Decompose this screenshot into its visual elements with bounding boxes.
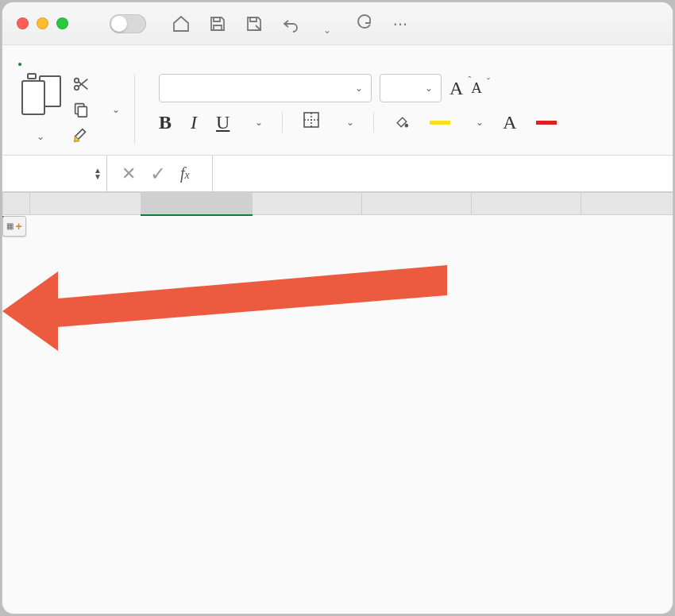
autofill-grid-icon: ▦ [6,221,14,230]
home-icon[interactable] [172,14,191,33]
window-controls [17,17,68,29]
decrease-font-size-button[interactable]: Aˇ [471,79,482,97]
group-divider [134,74,135,144]
col-header-B[interactable] [141,193,253,215]
chevron-down-icon: ⌄ [355,83,363,94]
italic-button[interactable]: I [191,112,197,133]
chevron-down-icon[interactable]: ⌄ [255,117,263,128]
undo-dropdown-icon[interactable]: ⌄ [318,14,337,33]
title-bar: ⌄ ··· [2,2,673,45]
formula-bar: ▲▼ ✕ ✓ fx [2,156,673,192]
annotation-arrow [2,216,447,406]
chevron-down-icon: ⌄ [37,131,44,142]
cut-button[interactable] [72,75,120,93]
increase-font-size-button[interactable]: Aˆ [449,78,463,99]
fill-color-swatch [430,121,450,125]
fill-color-button[interactable] [393,114,411,130]
name-box-stepper[interactable]: ▲▼ [94,167,102,180]
paintbrush-icon [72,126,90,144]
fx-icon[interactable]: fx [180,164,198,183]
underline-button[interactable]: U [216,112,230,133]
toggle-switch-icon [110,14,146,33]
paste-icon [20,75,61,125]
borders-button[interactable] [302,110,321,134]
col-header-F[interactable] [581,193,673,215]
autofill-options-button[interactable]: ▦+ [2,216,26,237]
spreadsheet-grid[interactable]: ▦+ [2,192,673,216]
svg-rect-3 [78,106,87,117]
save-as-icon[interactable] [245,14,264,33]
font-color-button[interactable]: A [503,112,516,133]
font-color-icon: A [503,112,516,133]
autosave-toggle[interactable] [102,14,146,33]
col-header-D[interactable] [362,193,472,215]
col-header-A[interactable] [30,193,141,215]
more-icon[interactable]: ··· [391,14,410,33]
font-group: ⌄ ⌄ Aˆ Aˇ B I U ⌄ ⌄ [143,74,563,144]
zoom-window-button[interactable] [56,17,68,29]
bucket-icon [393,114,411,130]
name-box[interactable]: ▲▼ [2,156,107,191]
ribbon-tabs [2,45,673,66]
font-color-swatch [536,121,557,125]
chevron-down-icon[interactable]: ⌄ [346,117,354,128]
ribbon: ⌄ ⌄ [2,66,673,156]
cancel-formula-button[interactable]: ✕ [122,164,136,184]
mini-divider [373,112,374,133]
redo-icon[interactable] [354,14,373,33]
plus-icon: + [15,220,21,233]
font-name-select[interactable]: ⌄ [159,74,372,102]
copy-button[interactable]: ⌄ [72,101,120,118]
chevron-down-icon[interactable]: ⌄ [476,117,484,128]
minimize-window-button[interactable] [37,17,48,29]
chevron-down-icon: ⌄ [112,104,120,115]
quick-access-toolbar: ⌄ ··· [172,14,410,33]
close-window-button[interactable] [17,17,29,29]
save-icon[interactable] [208,14,227,33]
col-header-C[interactable] [253,193,362,215]
col-header-E[interactable] [472,193,581,215]
format-painter-button[interactable] [72,126,120,144]
undo-icon[interactable] [281,14,300,33]
app-window: ⌄ ··· ⌄ [2,2,673,614]
select-all-corner[interactable] [3,193,30,215]
formula-input[interactable] [212,156,673,191]
copy-icon [72,101,90,118]
bold-button[interactable]: B [159,112,172,133]
svg-marker-5 [2,265,447,351]
accept-formula-button[interactable]: ✓ [150,163,166,185]
font-size-select[interactable]: ⌄ [380,74,442,102]
mini-divider [282,112,283,133]
clipboard-group: ⌄ ⌄ [14,74,126,144]
scissors-icon [72,75,90,93]
chevron-down-icon: ⌄ [425,83,433,94]
paste-button[interactable]: ⌄ [20,74,61,142]
